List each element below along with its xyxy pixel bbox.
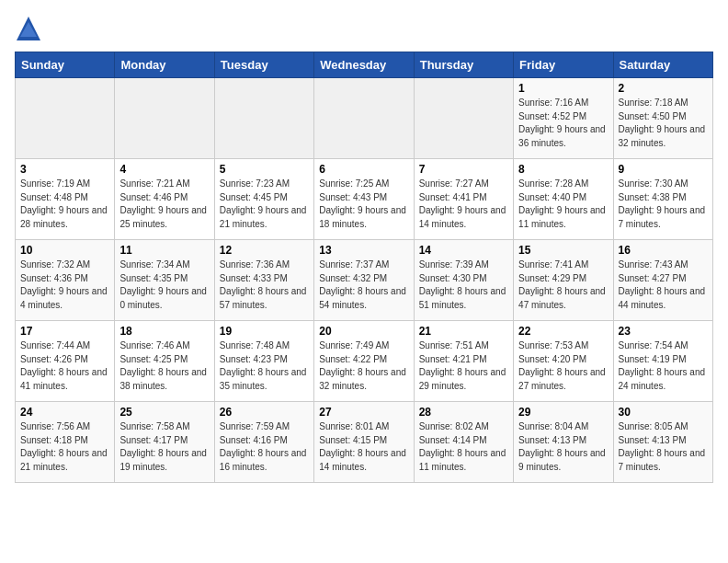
day-info: Sunrise: 7:16 AMSunset: 4:52 PMDaylight:… bbox=[518, 98, 606, 148]
calendar-day-header: Friday bbox=[514, 52, 613, 78]
day-info: Sunrise: 7:36 AMSunset: 4:33 PMDaylight:… bbox=[220, 259, 307, 310]
day-info: Sunrise: 7:21 AMSunset: 4:46 PMDaylight:… bbox=[119, 178, 207, 229]
day-info: Sunrise: 7:43 AMSunset: 4:27 PMDaylight:… bbox=[619, 259, 706, 310]
day-info: Sunrise: 7:32 AMSunset: 4:36 PMDaylight:… bbox=[20, 259, 108, 310]
day-info: Sunrise: 7:51 AMSunset: 4:21 PMDaylight:… bbox=[419, 340, 506, 391]
calendar-cell: 18 Sunrise: 7:46 AMSunset: 4:25 PMDaylig… bbox=[115, 321, 214, 402]
day-number: 21 bbox=[419, 325, 508, 338]
calendar-cell bbox=[214, 78, 313, 159]
calendar-cell bbox=[314, 78, 414, 159]
calendar-day-header: Sunday bbox=[16, 52, 115, 78]
calendar-cell: 20 Sunrise: 7:49 AMSunset: 4:22 PMDaylig… bbox=[314, 321, 414, 402]
day-number: 25 bbox=[119, 406, 209, 419]
day-number: 26 bbox=[220, 406, 309, 419]
day-info: Sunrise: 7:39 AMSunset: 4:30 PMDaylight:… bbox=[419, 259, 506, 310]
day-number: 19 bbox=[220, 325, 309, 338]
calendar-cell: 29 Sunrise: 8:04 AMSunset: 4:13 PMDaylig… bbox=[514, 402, 613, 483]
calendar-cell: 3 Sunrise: 7:19 AMSunset: 4:48 PMDayligh… bbox=[16, 159, 115, 240]
calendar-cell: 28 Sunrise: 8:02 AMSunset: 4:14 PMDaylig… bbox=[414, 402, 513, 483]
calendar-cell: 1 Sunrise: 7:16 AMSunset: 4:52 PMDayligh… bbox=[514, 78, 613, 159]
calendar-cell: 17 Sunrise: 7:44 AMSunset: 4:26 PMDaylig… bbox=[16, 321, 115, 402]
day-info: Sunrise: 7:23 AMSunset: 4:45 PMDaylight:… bbox=[220, 178, 307, 229]
calendar-cell: 26 Sunrise: 7:59 AMSunset: 4:16 PMDaylig… bbox=[214, 402, 313, 483]
calendar-cell: 6 Sunrise: 7:25 AMSunset: 4:43 PMDayligh… bbox=[314, 159, 414, 240]
calendar-header-row: SundayMondayTuesdayWednesdayThursdayFrid… bbox=[16, 52, 713, 78]
day-number: 4 bbox=[119, 163, 209, 176]
calendar-cell: 2 Sunrise: 7:18 AMSunset: 4:50 PMDayligh… bbox=[613, 78, 712, 159]
calendar-cell: 22 Sunrise: 7:53 AMSunset: 4:20 PMDaylig… bbox=[514, 321, 613, 402]
day-info: Sunrise: 8:02 AMSunset: 4:14 PMDaylight:… bbox=[419, 421, 506, 472]
day-number: 9 bbox=[619, 163, 708, 176]
calendar-day-header: Wednesday bbox=[314, 52, 414, 78]
calendar-week-row: 24 Sunrise: 7:56 AMSunset: 4:18 PMDaylig… bbox=[16, 402, 713, 483]
calendar-day-header: Tuesday bbox=[214, 52, 313, 78]
day-number: 5 bbox=[220, 163, 309, 176]
day-info: Sunrise: 7:41 AMSunset: 4:29 PMDaylight:… bbox=[518, 259, 606, 310]
day-number: 20 bbox=[319, 325, 408, 338]
day-number: 28 bbox=[419, 406, 508, 419]
logo bbox=[15, 15, 46, 42]
calendar-table: SundayMondayTuesdayWednesdayThursdayFrid… bbox=[15, 52, 713, 483]
day-info: Sunrise: 7:56 AMSunset: 4:18 PMDaylight:… bbox=[20, 421, 108, 472]
day-info: Sunrise: 8:05 AMSunset: 4:13 PMDaylight:… bbox=[619, 421, 706, 472]
day-number: 12 bbox=[220, 244, 309, 257]
day-number: 2 bbox=[619, 82, 708, 95]
calendar-cell bbox=[414, 78, 513, 159]
day-number: 10 bbox=[20, 244, 109, 257]
calendar-cell: 24 Sunrise: 7:56 AMSunset: 4:18 PMDaylig… bbox=[16, 402, 115, 483]
day-info: Sunrise: 8:04 AMSunset: 4:13 PMDaylight:… bbox=[518, 421, 606, 472]
day-number: 14 bbox=[419, 244, 508, 257]
day-number: 7 bbox=[419, 163, 508, 176]
day-info: Sunrise: 7:53 AMSunset: 4:20 PMDaylight:… bbox=[518, 340, 606, 391]
day-info: Sunrise: 7:37 AMSunset: 4:32 PMDaylight:… bbox=[319, 259, 406, 310]
calendar-cell bbox=[16, 78, 115, 159]
day-info: Sunrise: 7:34 AMSunset: 4:35 PMDaylight:… bbox=[119, 259, 207, 310]
calendar-week-row: 1 Sunrise: 7:16 AMSunset: 4:52 PMDayligh… bbox=[16, 78, 713, 159]
day-number: 17 bbox=[20, 325, 109, 338]
day-info: Sunrise: 7:58 AMSunset: 4:17 PMDaylight:… bbox=[119, 421, 207, 472]
calendar-day-header: Thursday bbox=[414, 52, 513, 78]
day-number: 23 bbox=[619, 325, 708, 338]
logo-icon bbox=[15, 15, 42, 42]
calendar-cell: 12 Sunrise: 7:36 AMSunset: 4:33 PMDaylig… bbox=[214, 240, 313, 321]
calendar-cell: 16 Sunrise: 7:43 AMSunset: 4:27 PMDaylig… bbox=[613, 240, 712, 321]
day-info: Sunrise: 7:28 AMSunset: 4:40 PMDaylight:… bbox=[518, 178, 606, 229]
calendar-cell: 23 Sunrise: 7:54 AMSunset: 4:19 PMDaylig… bbox=[613, 321, 712, 402]
day-number: 27 bbox=[319, 406, 408, 419]
calendar-day-header: Saturday bbox=[613, 52, 712, 78]
calendar-week-row: 3 Sunrise: 7:19 AMSunset: 4:48 PMDayligh… bbox=[16, 159, 713, 240]
calendar-cell: 30 Sunrise: 8:05 AMSunset: 4:13 PMDaylig… bbox=[613, 402, 712, 483]
day-number: 18 bbox=[119, 325, 209, 338]
calendar-cell: 9 Sunrise: 7:30 AMSunset: 4:38 PMDayligh… bbox=[613, 159, 712, 240]
calendar-week-row: 10 Sunrise: 7:32 AMSunset: 4:36 PMDaylig… bbox=[16, 240, 713, 321]
day-info: Sunrise: 8:01 AMSunset: 4:15 PMDaylight:… bbox=[319, 421, 406, 472]
day-info: Sunrise: 7:59 AMSunset: 4:16 PMDaylight:… bbox=[220, 421, 307, 472]
calendar-cell: 19 Sunrise: 7:48 AMSunset: 4:23 PMDaylig… bbox=[214, 321, 313, 402]
calendar-cell: 27 Sunrise: 8:01 AMSunset: 4:15 PMDaylig… bbox=[314, 402, 414, 483]
calendar-cell: 11 Sunrise: 7:34 AMSunset: 4:35 PMDaylig… bbox=[115, 240, 214, 321]
day-info: Sunrise: 7:18 AMSunset: 4:50 PMDaylight:… bbox=[619, 98, 706, 148]
day-number: 22 bbox=[518, 325, 608, 338]
day-number: 29 bbox=[518, 406, 608, 419]
day-number: 30 bbox=[619, 406, 708, 419]
day-number: 16 bbox=[619, 244, 708, 257]
day-info: Sunrise: 7:19 AMSunset: 4:48 PMDaylight:… bbox=[20, 178, 108, 229]
day-info: Sunrise: 7:48 AMSunset: 4:23 PMDaylight:… bbox=[220, 340, 307, 391]
calendar-cell: 14 Sunrise: 7:39 AMSunset: 4:30 PMDaylig… bbox=[414, 240, 513, 321]
day-number: 8 bbox=[518, 163, 608, 176]
day-number: 1 bbox=[518, 82, 608, 95]
day-info: Sunrise: 7:49 AMSunset: 4:22 PMDaylight:… bbox=[319, 340, 406, 391]
day-info: Sunrise: 7:44 AMSunset: 4:26 PMDaylight:… bbox=[20, 340, 108, 391]
calendar-week-row: 17 Sunrise: 7:44 AMSunset: 4:26 PMDaylig… bbox=[16, 321, 713, 402]
calendar-cell bbox=[115, 78, 214, 159]
calendar-cell: 4 Sunrise: 7:21 AMSunset: 4:46 PMDayligh… bbox=[115, 159, 214, 240]
calendar-cell: 7 Sunrise: 7:27 AMSunset: 4:41 PMDayligh… bbox=[414, 159, 513, 240]
day-number: 24 bbox=[20, 406, 109, 419]
day-info: Sunrise: 7:25 AMSunset: 4:43 PMDaylight:… bbox=[319, 178, 406, 229]
calendar-cell: 15 Sunrise: 7:41 AMSunset: 4:29 PMDaylig… bbox=[514, 240, 613, 321]
calendar-cell: 8 Sunrise: 7:28 AMSunset: 4:40 PMDayligh… bbox=[514, 159, 613, 240]
day-info: Sunrise: 7:46 AMSunset: 4:25 PMDaylight:… bbox=[119, 340, 207, 391]
calendar-cell: 25 Sunrise: 7:58 AMSunset: 4:17 PMDaylig… bbox=[115, 402, 214, 483]
calendar-day-header: Monday bbox=[115, 52, 214, 78]
day-info: Sunrise: 7:27 AMSunset: 4:41 PMDaylight:… bbox=[419, 178, 506, 229]
